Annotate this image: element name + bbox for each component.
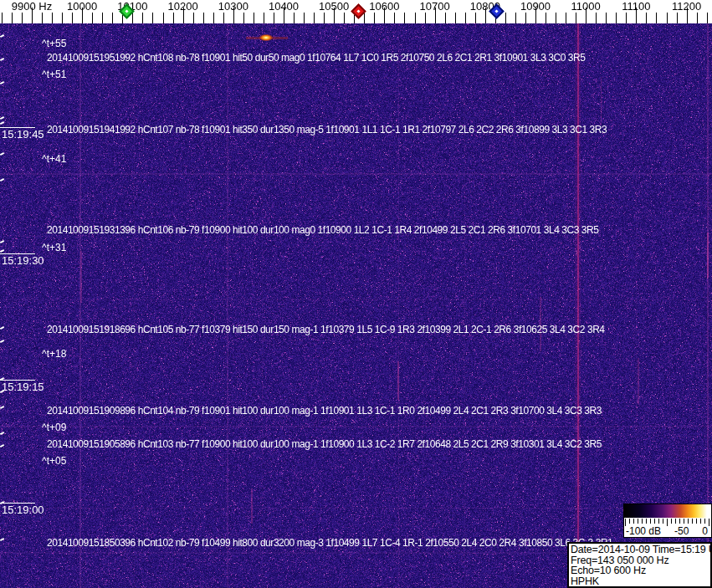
axis-tick bbox=[394, 13, 395, 23]
axis-tick bbox=[334, 8, 335, 23]
legend-label-min: -100 dB bbox=[626, 525, 661, 537]
axis-tick bbox=[374, 13, 375, 23]
axis-tick bbox=[616, 13, 617, 23]
legend-tick bbox=[684, 519, 684, 524]
echo-data-line: 20141009151951992 hCnt108 nb-78 f10901 h… bbox=[47, 52, 586, 64]
axis-tick bbox=[274, 13, 274, 23]
legend-labels: -100 dB -50 0 bbox=[624, 525, 709, 537]
legend-tick bbox=[646, 519, 647, 524]
time-label: 15:19:30 bbox=[2, 254, 44, 267]
legend-tick bbox=[700, 519, 701, 524]
left-edge-tick bbox=[0, 326, 4, 330]
legend-tick bbox=[638, 519, 638, 524]
axis-tick bbox=[606, 13, 607, 23]
axis-tick bbox=[42, 13, 43, 23]
axis-tick bbox=[62, 13, 63, 23]
axis-tick bbox=[515, 13, 516, 23]
legend-tick bbox=[654, 519, 655, 524]
freq-marker-red-center bbox=[356, 9, 360, 13]
axis-tick bbox=[32, 8, 33, 23]
axis-tick bbox=[193, 13, 194, 23]
axis-tick bbox=[404, 13, 405, 23]
time-offset-annotation: ^t+51 bbox=[42, 69, 66, 80]
axis-tick bbox=[707, 13, 708, 23]
axis-tick bbox=[304, 13, 305, 23]
color-gradient-bar bbox=[624, 504, 709, 518]
axis-tick bbox=[576, 13, 576, 23]
axis-tick bbox=[203, 13, 204, 23]
axis-tick bbox=[656, 13, 657, 23]
db-scale-legend: -100 dB -50 0 bbox=[623, 504, 712, 538]
axis-tick bbox=[596, 13, 597, 23]
legend-tick bbox=[696, 519, 697, 524]
axis-tick bbox=[22, 13, 23, 23]
axis-tick bbox=[566, 13, 566, 23]
axis-tick bbox=[344, 13, 345, 23]
left-edge-tick bbox=[0, 249, 4, 253]
axis-tick bbox=[142, 13, 143, 23]
axis-tick bbox=[163, 13, 164, 23]
left-edge-tick bbox=[0, 116, 4, 120]
time-offset-annotation: ^t+31 bbox=[42, 242, 66, 253]
echo-data-line: 20141009151931396 hCnt106 nb-79 f10900 h… bbox=[47, 224, 598, 236]
axis-tick bbox=[364, 13, 365, 23]
left-edge-tick bbox=[0, 152, 4, 156]
axis-tick bbox=[667, 13, 668, 23]
info-station-id: HPHK bbox=[571, 576, 710, 587]
time-label: 15:19:45 bbox=[2, 128, 44, 141]
axis-tick bbox=[556, 13, 556, 23]
echo-data-line: 20141009151941992 hCnt107 nb-78 f10901 h… bbox=[47, 124, 607, 135]
time-offset-annotation: ^t+55 bbox=[42, 38, 66, 49]
axis-tick bbox=[52, 13, 53, 23]
spectrogram-overlay: 15:19:4515:19:3015:19:1515:19:00^t+55^t+… bbox=[0, 0, 712, 588]
legend-tick bbox=[642, 519, 643, 524]
spectrogram-app: 9900 Hz100001010010200103001040010500106… bbox=[0, 0, 712, 588]
left-edge-tick bbox=[0, 58, 4, 61]
axis-tick bbox=[233, 8, 234, 23]
left-edge-tick bbox=[0, 340, 4, 343]
axis-tick bbox=[384, 8, 385, 23]
axis-tick bbox=[264, 13, 264, 23]
info-box: Date=2014-10-09 Time=15:19 UTC Freq=143 … bbox=[567, 542, 712, 588]
axis-tick bbox=[254, 13, 254, 23]
axis-tick bbox=[82, 8, 83, 23]
frequency-axis: 9900 Hz100001010010200103001040010500106… bbox=[0, 0, 712, 23]
axis-tick bbox=[183, 8, 184, 23]
axis-tick bbox=[546, 13, 546, 23]
left-edge-tick bbox=[0, 444, 4, 447]
left-edge-tick bbox=[0, 432, 4, 435]
info-date-time: Date=2014-10-09 Time=15:19 UTC bbox=[571, 545, 710, 555]
axis-tick bbox=[294, 13, 295, 23]
axis-tick bbox=[677, 13, 678, 23]
axis-tick bbox=[475, 13, 476, 23]
axis-tick bbox=[445, 13, 446, 23]
axis-tick bbox=[465, 13, 466, 23]
axis-tick bbox=[12, 13, 13, 23]
axis-tick bbox=[152, 13, 153, 23]
axis-tick bbox=[636, 8, 637, 23]
axis-tick bbox=[213, 13, 214, 23]
echo-data-line: 20141009151905896 hCnt103 nb-77 f10900 h… bbox=[47, 438, 602, 450]
echo-data-line: 20141009151850396 hCnt102 nb-79 f10499 h… bbox=[47, 537, 612, 549]
legend-tick bbox=[633, 519, 634, 524]
axis-tick bbox=[525, 13, 526, 23]
axis-tick bbox=[415, 13, 416, 23]
time-offset-annotation: ^t+18 bbox=[42, 348, 66, 360]
time-label: 15:19:15 bbox=[2, 381, 44, 393]
left-edge-tick bbox=[0, 81, 4, 84]
left-edge-tick bbox=[0, 240, 4, 243]
left-edge-tick bbox=[0, 178, 4, 182]
legend-label-max: 0 bbox=[702, 525, 708, 537]
legend-tick bbox=[658, 519, 659, 524]
left-edge-tick bbox=[0, 406, 4, 409]
freq-marker-blue-center bbox=[494, 9, 498, 13]
axis-tick bbox=[92, 13, 93, 23]
legend-tick bbox=[629, 519, 630, 524]
axis-tick bbox=[72, 13, 73, 23]
legend-tick bbox=[688, 519, 689, 524]
legend-tick bbox=[671, 519, 672, 524]
axis-tick bbox=[2, 13, 3, 23]
axis-tick bbox=[586, 8, 587, 23]
axis-tick bbox=[646, 13, 647, 23]
axis-tick bbox=[505, 13, 506, 23]
